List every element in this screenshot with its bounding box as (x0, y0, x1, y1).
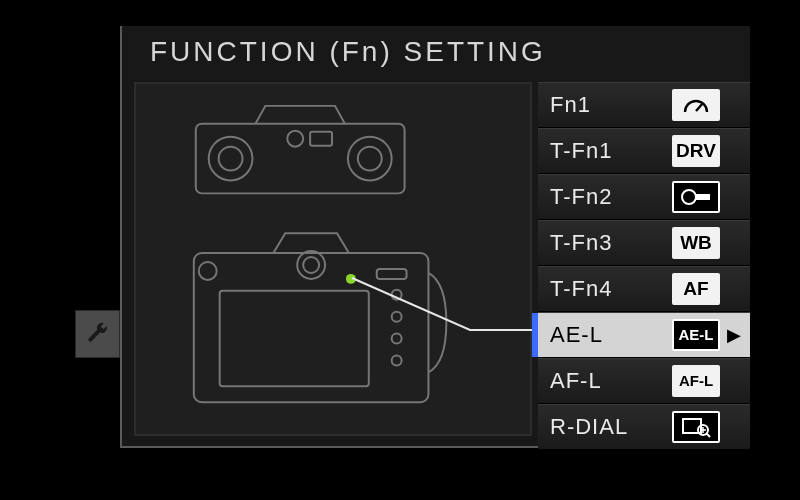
fn-menu: Fn1 ▶ T-Fn1 DRV ▶ T-Fn2 ▶ (538, 82, 750, 450)
menu-item-fn1[interactable]: Fn1 ▶ (538, 82, 750, 128)
svg-line-17 (696, 103, 703, 111)
svg-point-9 (297, 251, 325, 279)
svg-line-24 (706, 433, 710, 437)
camera-diagram-svg (136, 84, 530, 434)
af-icon: AF (672, 273, 720, 305)
menu-item-label: AE-L (550, 313, 603, 357)
svg-point-16 (199, 262, 217, 280)
menu-item-tfn1[interactable]: T-Fn1 DRV ▶ (538, 128, 750, 174)
svg-point-12 (392, 312, 402, 322)
chevron-right-icon: ▶ (727, 313, 742, 357)
menu-item-label: T-Fn2 (550, 175, 612, 219)
menu-item-afl[interactable]: AF-L AF-L ▶ (538, 358, 750, 404)
magnify-icon (672, 411, 720, 443)
svg-point-18 (682, 190, 696, 204)
svg-rect-20 (696, 192, 710, 194)
menu-item-label: Fn1 (550, 83, 591, 127)
svg-point-11 (392, 290, 402, 300)
svg-rect-0 (196, 124, 405, 194)
svg-rect-8 (220, 291, 369, 386)
film-icon (672, 181, 720, 213)
page-title: FUNCTION (Fn) SETTING (150, 36, 546, 68)
svg-point-5 (287, 131, 303, 147)
svg-point-14 (392, 355, 402, 365)
gauge-icon (672, 89, 720, 121)
afl-icon: AF-L (672, 365, 720, 397)
menu-item-label: AF-L (550, 359, 602, 403)
menu-item-label: R-DIAL (550, 405, 628, 449)
svg-rect-7 (194, 253, 429, 402)
svg-point-1 (209, 137, 253, 181)
menu-item-tfn3[interactable]: T-Fn3 WB ▶ (538, 220, 750, 266)
menu-item-tfn2[interactable]: T-Fn2 ▶ (538, 174, 750, 220)
wrench-icon (86, 322, 110, 346)
menu-item-ael[interactable]: AE-L AE-L ▶ (538, 312, 750, 358)
svg-point-10 (303, 257, 319, 273)
wb-icon: WB (672, 227, 720, 259)
svg-point-3 (348, 137, 392, 181)
drv-icon: DRV (672, 135, 720, 167)
svg-point-13 (392, 334, 402, 344)
menu-item-label: T-Fn1 (550, 129, 612, 173)
side-tab-wrench[interactable] (75, 310, 120, 358)
menu-item-tfn4[interactable]: T-Fn4 AF ▶ (538, 266, 750, 312)
camera-diagram (134, 82, 532, 436)
highlight-dot (346, 274, 356, 284)
svg-rect-15 (377, 269, 407, 279)
menu-item-rdial[interactable]: R-DIAL ▶ (538, 404, 750, 450)
svg-rect-6 (310, 132, 332, 146)
svg-point-4 (358, 147, 382, 171)
ael-icon: AE-L (672, 319, 720, 351)
menu-item-label: T-Fn3 (550, 221, 612, 265)
screen: ◀ FUNCTION (Fn) SETTING (0, 0, 800, 500)
svg-rect-21 (696, 200, 710, 202)
svg-point-2 (219, 147, 243, 171)
menu-item-label: T-Fn4 (550, 267, 612, 311)
